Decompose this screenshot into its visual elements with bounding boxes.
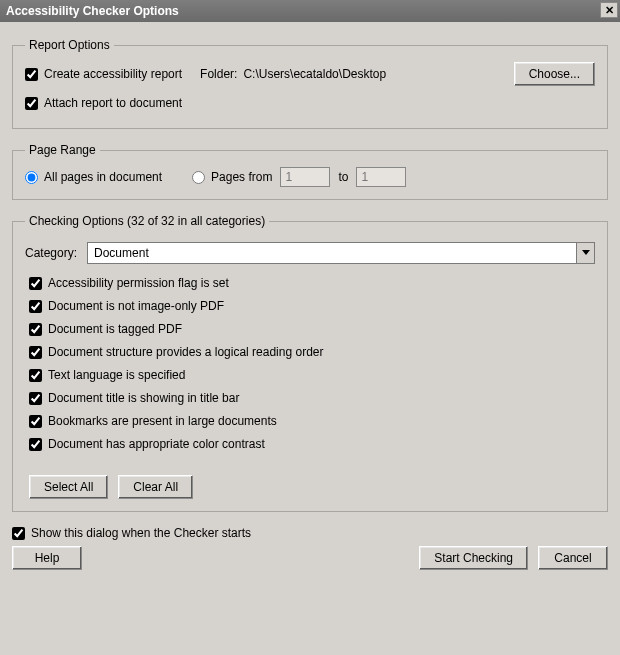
page-to-input[interactable] [356, 167, 406, 187]
checking-option-label: Bookmarks are present in large documents [48, 414, 277, 428]
window-title: Accessibility Checker Options [6, 4, 179, 18]
checking-option-item: Document title is showing in title bar [29, 391, 595, 405]
title-bar: Accessibility Checker Options ✕ [0, 0, 620, 22]
folder-label: Folder: [200, 67, 237, 81]
help-button[interactable]: Help [12, 546, 82, 570]
checking-option-checkbox[interactable] [29, 369, 42, 382]
checking-options-group: Checking Options (32 of 32 in all catego… [12, 214, 608, 512]
checking-option-label: Document is not image-only PDF [48, 299, 224, 313]
category-label: Category: [25, 246, 77, 260]
checking-options-legend: Checking Options (32 of 32 in all catego… [25, 214, 269, 228]
checking-option-item: Text language is specified [29, 368, 595, 382]
dialog-body: Report Options Create accessibility repo… [0, 22, 620, 582]
checking-option-checkbox[interactable] [29, 323, 42, 336]
checking-option-label: Accessibility permission flag is set [48, 276, 229, 290]
category-value: Document [94, 246, 149, 260]
checking-option-item: Document structure provides a logical re… [29, 345, 595, 359]
report-options-legend: Report Options [25, 38, 114, 52]
checking-option-checkbox[interactable] [29, 277, 42, 290]
show-dialog-checkbox[interactable] [12, 527, 25, 540]
attach-report-checkbox[interactable] [25, 97, 38, 110]
checking-options-list: Accessibility permission flag is setDocu… [29, 276, 595, 451]
cancel-button[interactable]: Cancel [538, 546, 608, 570]
category-select[interactable]: Document [87, 242, 595, 264]
checking-option-item: Document is tagged PDF [29, 322, 595, 336]
checking-option-item: Bookmarks are present in large documents [29, 414, 595, 428]
checking-option-item: Document is not image-only PDF [29, 299, 595, 313]
checking-option-label: Document title is showing in title bar [48, 391, 239, 405]
attach-report-label: Attach report to document [44, 96, 182, 110]
page-to-label: to [338, 170, 348, 184]
chevron-down-icon [576, 243, 594, 263]
show-dialog-label: Show this dialog when the Checker starts [31, 526, 251, 540]
checking-option-label: Document structure provides a logical re… [48, 345, 323, 359]
checking-option-label: Text language is specified [48, 368, 185, 382]
checking-option-checkbox[interactable] [29, 300, 42, 313]
create-report-checkbox[interactable] [25, 68, 38, 81]
all-pages-radio[interactable] [25, 171, 38, 184]
checking-option-checkbox[interactable] [29, 415, 42, 428]
folder-path: C:\Users\ecataldo\Desktop [243, 67, 386, 81]
page-range-legend: Page Range [25, 143, 100, 157]
create-report-label: Create accessibility report [44, 67, 182, 81]
checking-option-checkbox[interactable] [29, 438, 42, 451]
checking-option-item: Accessibility permission flag is set [29, 276, 595, 290]
clear-all-button[interactable]: Clear All [118, 475, 193, 499]
page-from-input[interactable] [280, 167, 330, 187]
checking-option-checkbox[interactable] [29, 392, 42, 405]
pages-from-radio-label[interactable]: Pages from [192, 170, 272, 184]
close-icon[interactable]: ✕ [600, 2, 618, 18]
report-options-group: Report Options Create accessibility repo… [12, 38, 608, 129]
start-checking-button[interactable]: Start Checking [419, 546, 528, 570]
checking-option-checkbox[interactable] [29, 346, 42, 359]
pages-from-radio[interactable] [192, 171, 205, 184]
choose-folder-button[interactable]: Choose... [514, 62, 595, 86]
checking-option-item: Document has appropriate color contrast [29, 437, 595, 451]
all-pages-radio-label[interactable]: All pages in document [25, 170, 162, 184]
checking-option-label: Document has appropriate color contrast [48, 437, 265, 451]
page-range-group: Page Range All pages in document Pages f… [12, 143, 608, 200]
select-all-button[interactable]: Select All [29, 475, 108, 499]
checking-option-label: Document is tagged PDF [48, 322, 182, 336]
